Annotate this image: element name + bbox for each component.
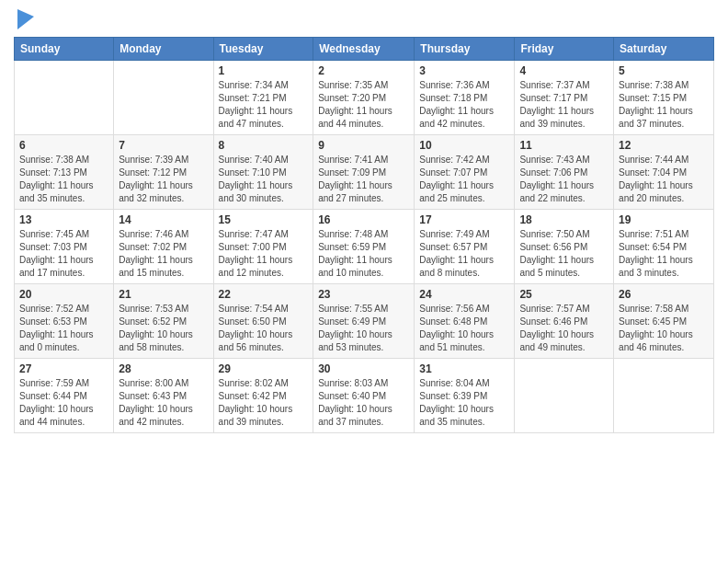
calendar-cell: 24Sunrise: 7:56 AM Sunset: 6:48 PM Dayli…: [415, 284, 515, 359]
weekday-header-monday: Monday: [114, 38, 213, 61]
calendar-cell: 26Sunrise: 7:58 AM Sunset: 6:45 PM Dayli…: [614, 284, 714, 359]
day-info: Sunrise: 7:42 AM Sunset: 7:07 PM Dayligh…: [419, 154, 509, 205]
calendar-cell: 21Sunrise: 7:53 AM Sunset: 6:52 PM Dayli…: [114, 284, 213, 359]
day-number: 6: [19, 139, 108, 152]
calendar-cell: 23Sunrise: 7:55 AM Sunset: 6:49 PM Dayli…: [313, 284, 415, 359]
day-info: Sunrise: 8:04 AM Sunset: 6:39 PM Dayligh…: [419, 377, 509, 429]
calendar-cell: 27Sunrise: 7:59 AM Sunset: 6:44 PM Dayli…: [15, 359, 114, 433]
day-number: 24: [419, 288, 509, 301]
day-number: 5: [619, 64, 709, 77]
day-number: 3: [419, 64, 509, 77]
day-number: 14: [119, 213, 208, 226]
day-number: 9: [318, 139, 409, 152]
day-info: Sunrise: 7:57 AM Sunset: 6:46 PM Dayligh…: [519, 303, 609, 354]
calendar-cell: 4Sunrise: 7:37 AM Sunset: 7:17 PM Daylig…: [515, 61, 614, 135]
week-row-4: 20Sunrise: 7:52 AM Sunset: 6:53 PM Dayli…: [15, 284, 714, 359]
day-info: Sunrise: 7:55 AM Sunset: 6:49 PM Dayligh…: [318, 303, 409, 354]
week-row-2: 6Sunrise: 7:38 AM Sunset: 7:13 PM Daylig…: [15, 135, 714, 210]
weekday-header-saturday: Saturday: [614, 38, 714, 61]
calendar-cell: 6Sunrise: 7:38 AM Sunset: 7:13 PM Daylig…: [15, 135, 114, 210]
day-info: Sunrise: 7:54 AM Sunset: 6:50 PM Dayligh…: [219, 303, 309, 354]
logo: [14, 9, 34, 29]
day-number: 8: [219, 139, 309, 152]
calendar-cell: 10Sunrise: 7:42 AM Sunset: 7:07 PM Dayli…: [415, 135, 515, 210]
day-info: Sunrise: 8:00 AM Sunset: 6:43 PM Dayligh…: [119, 377, 208, 429]
day-info: Sunrise: 7:43 AM Sunset: 7:06 PM Dayligh…: [519, 154, 609, 205]
day-number: 16: [318, 213, 409, 226]
day-info: Sunrise: 7:48 AM Sunset: 6:59 PM Dayligh…: [318, 228, 409, 280]
day-info: Sunrise: 7:52 AM Sunset: 6:53 PM Dayligh…: [19, 303, 108, 354]
calendar-cell: 17Sunrise: 7:49 AM Sunset: 6:57 PM Dayli…: [415, 210, 515, 284]
day-number: 7: [119, 139, 208, 152]
day-info: Sunrise: 7:56 AM Sunset: 6:48 PM Dayligh…: [419, 303, 509, 354]
calendar-cell: 16Sunrise: 7:48 AM Sunset: 6:59 PM Dayli…: [313, 210, 415, 284]
header: [14, 9, 714, 29]
calendar-cell: 5Sunrise: 7:38 AM Sunset: 7:15 PM Daylig…: [614, 61, 714, 135]
day-info: Sunrise: 7:44 AM Sunset: 7:04 PM Dayligh…: [619, 154, 709, 205]
week-row-5: 27Sunrise: 7:59 AM Sunset: 6:44 PM Dayli…: [15, 359, 714, 433]
day-number: 25: [519, 288, 609, 301]
calendar-cell: 19Sunrise: 7:51 AM Sunset: 6:54 PM Dayli…: [614, 210, 714, 284]
day-info: Sunrise: 7:45 AM Sunset: 7:03 PM Dayligh…: [19, 228, 108, 280]
day-info: Sunrise: 7:37 AM Sunset: 7:17 PM Dayligh…: [519, 79, 609, 131]
day-number: 1: [219, 64, 309, 77]
calendar-cell: 7Sunrise: 7:39 AM Sunset: 7:12 PM Daylig…: [114, 135, 213, 210]
day-number: 15: [219, 213, 309, 226]
calendar-cell: 11Sunrise: 7:43 AM Sunset: 7:06 PM Dayli…: [515, 135, 614, 210]
day-info: Sunrise: 7:38 AM Sunset: 7:13 PM Dayligh…: [19, 154, 108, 205]
day-number: 20: [19, 288, 108, 301]
day-number: 27: [19, 362, 108, 375]
day-info: Sunrise: 7:49 AM Sunset: 6:57 PM Dayligh…: [419, 228, 509, 280]
day-info: Sunrise: 7:47 AM Sunset: 7:00 PM Dayligh…: [219, 228, 309, 280]
day-info: Sunrise: 7:51 AM Sunset: 6:54 PM Dayligh…: [619, 228, 709, 280]
calendar-cell: 8Sunrise: 7:40 AM Sunset: 7:10 PM Daylig…: [213, 135, 313, 210]
day-number: 31: [419, 362, 509, 375]
day-info: Sunrise: 7:39 AM Sunset: 7:12 PM Dayligh…: [119, 154, 208, 205]
calendar-cell: 12Sunrise: 7:44 AM Sunset: 7:04 PM Dayli…: [614, 135, 714, 210]
day-info: Sunrise: 7:50 AM Sunset: 6:56 PM Dayligh…: [519, 228, 609, 280]
day-info: Sunrise: 7:35 AM Sunset: 7:20 PM Dayligh…: [318, 79, 409, 131]
calendar-cell: 9Sunrise: 7:41 AM Sunset: 7:09 PM Daylig…: [313, 135, 415, 210]
page: SundayMondayTuesdayWednesdayThursdayFrid…: [0, 0, 728, 563]
week-row-3: 13Sunrise: 7:45 AM Sunset: 7:03 PM Dayli…: [15, 210, 714, 284]
day-number: 12: [619, 139, 709, 152]
day-info: Sunrise: 7:38 AM Sunset: 7:15 PM Dayligh…: [619, 79, 709, 131]
day-number: 29: [219, 362, 309, 375]
weekday-header-friday: Friday: [515, 38, 614, 61]
calendar-cell: [15, 61, 114, 135]
day-info: Sunrise: 7:53 AM Sunset: 6:52 PM Dayligh…: [119, 303, 208, 354]
calendar-cell: 31Sunrise: 8:04 AM Sunset: 6:39 PM Dayli…: [415, 359, 515, 433]
day-number: 19: [619, 213, 709, 226]
calendar-cell: 3Sunrise: 7:36 AM Sunset: 7:18 PM Daylig…: [415, 61, 515, 135]
day-number: 11: [519, 139, 609, 152]
calendar-cell: [114, 61, 213, 135]
calendar-cell: 14Sunrise: 7:46 AM Sunset: 7:02 PM Dayli…: [114, 210, 213, 284]
day-info: Sunrise: 8:03 AM Sunset: 6:40 PM Dayligh…: [318, 377, 409, 429]
day-number: 4: [519, 64, 609, 77]
day-info: Sunrise: 8:02 AM Sunset: 6:42 PM Dayligh…: [219, 377, 309, 429]
calendar-cell: 28Sunrise: 8:00 AM Sunset: 6:43 PM Dayli…: [114, 359, 213, 433]
weekday-header-thursday: Thursday: [415, 38, 515, 61]
calendar-cell: 2Sunrise: 7:35 AM Sunset: 7:20 PM Daylig…: [313, 61, 415, 135]
day-number: 21: [119, 288, 208, 301]
calendar-cell: 13Sunrise: 7:45 AM Sunset: 7:03 PM Dayli…: [15, 210, 114, 284]
calendar-cell: 20Sunrise: 7:52 AM Sunset: 6:53 PM Dayli…: [15, 284, 114, 359]
logo-icon: [17, 9, 34, 29]
day-number: 22: [219, 288, 309, 301]
calendar-cell: 29Sunrise: 8:02 AM Sunset: 6:42 PM Dayli…: [213, 359, 313, 433]
day-number: 30: [318, 362, 409, 375]
weekday-header-tuesday: Tuesday: [213, 38, 313, 61]
calendar-cell: 30Sunrise: 8:03 AM Sunset: 6:40 PM Dayli…: [313, 359, 415, 433]
day-number: 17: [419, 213, 509, 226]
day-number: 10: [419, 139, 509, 152]
weekday-header-row: SundayMondayTuesdayWednesdayThursdayFrid…: [15, 38, 714, 61]
day-info: Sunrise: 7:59 AM Sunset: 6:44 PM Dayligh…: [19, 377, 108, 429]
calendar-cell: 18Sunrise: 7:50 AM Sunset: 6:56 PM Dayli…: [515, 210, 614, 284]
day-info: Sunrise: 7:40 AM Sunset: 7:10 PM Dayligh…: [219, 154, 309, 205]
week-row-1: 1Sunrise: 7:34 AM Sunset: 7:21 PM Daylig…: [15, 61, 714, 135]
day-number: 2: [318, 64, 409, 77]
day-number: 26: [619, 288, 709, 301]
calendar-cell: 22Sunrise: 7:54 AM Sunset: 6:50 PM Dayli…: [213, 284, 313, 359]
calendar-cell: [515, 359, 614, 433]
day-number: 28: [119, 362, 208, 375]
